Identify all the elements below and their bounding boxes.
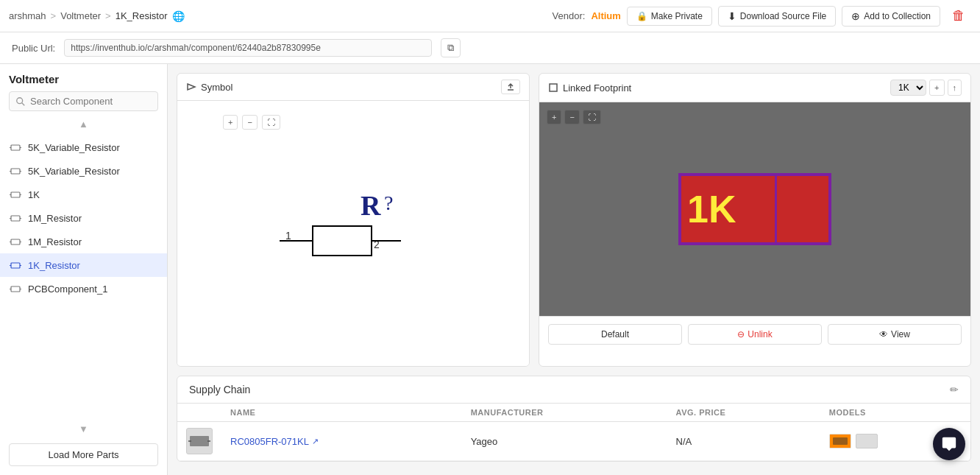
supply-price-cell: N/A [667, 422, 820, 461]
component-icon [9, 258, 22, 272]
supply-chain-panel: Supply Chain ✏ NAME MANUFACTURER AVG. PR… [177, 376, 971, 462]
svg-point-0 [17, 97, 23, 103]
footprint-add-button[interactable]: + [929, 80, 944, 96]
col-name: NAME [221, 404, 462, 422]
footprint-unlink-button[interactable]: ⊖ Unlink [688, 324, 822, 345]
load-more-button[interactable]: Load More Parts [9, 443, 158, 466]
download-source-button[interactable]: ⬇ Download Source File [718, 6, 836, 27]
collection-icon: ⊕ [851, 10, 860, 22]
supply-name-cell: RC0805FR-071KL ↗ [221, 422, 462, 461]
scroll-down-arrow[interactable]: ▼ [0, 421, 167, 437]
svg-rect-31 [550, 84, 557, 91]
symbol-zoom-out-button[interactable]: − [242, 115, 257, 130]
delete-button[interactable]: 🗑 [946, 5, 971, 27]
supply-table-header-row: NAME MANUFACTURER AVG. PRICE MODELS [177, 404, 970, 422]
unlink-icon: ⊖ [737, 329, 745, 339]
breadcrumb-component: 1K_Resistor [116, 10, 168, 21]
breadcrumb-sep2: > [105, 10, 111, 21]
col-manufacturer: MANUFACTURER [462, 404, 667, 422]
supply-img-cell [177, 422, 221, 461]
sidebar-search-box[interactable] [9, 91, 158, 111]
supply-chain-edit-button[interactable]: ✏ [950, 384, 959, 395]
chat-bubble-button[interactable] [933, 428, 965, 460]
sidebar-item-pcbcomponent-1[interactable]: PCBComponent_1 [0, 277, 167, 300]
footprint-visualization: 1K [678, 173, 831, 245]
footprint-zoom-in-button[interactable]: + [547, 110, 561, 124]
supply-chain-table: NAME MANUFACTURER AVG. PRICE MODELS [177, 404, 970, 461]
lock-icon: 🔒 [636, 11, 647, 21]
svg-rect-29 [313, 226, 372, 256]
svg-rect-11 [11, 216, 20, 221]
chat-icon [941, 436, 957, 452]
model-dash [856, 434, 878, 448]
sidebar-item-5k-variable-resistor[interactable]: 5K_Variable_Resistor [0, 136, 167, 159]
footprint-default-button[interactable]: Default [548, 324, 682, 345]
sidebar-item-label: 1K [28, 189, 40, 200]
copy-url-button[interactable]: ⧉ [441, 38, 461, 57]
public-url-input[interactable] [64, 39, 432, 57]
component-icon [9, 188, 22, 201]
sidebar-item-5k-variable-resistor[interactable]: 5K_Variable_Resistor [0, 159, 167, 183]
supply-chain-header: Supply Chain ✏ [177, 376, 970, 404]
svg-rect-20 [11, 286, 20, 292]
col-img [177, 404, 221, 422]
footprint-panel-title: Linked Footprint [548, 82, 631, 94]
footprint-select[interactable]: 1K [890, 80, 926, 96]
col-avg-price: AVG. PRICE [667, 404, 820, 422]
svg-rect-14 [11, 239, 20, 244]
vendor-name: Altium [591, 10, 620, 21]
sidebar-item-1k[interactable]: 1K [0, 183, 167, 206]
model-3d-thumbnail[interactable] [829, 434, 851, 448]
search-input[interactable] [30, 96, 152, 107]
symbol-panel-title: Symbol [186, 82, 232, 93]
sidebar-item-1k-resistor[interactable]: 1K_Resistor [0, 253, 167, 277]
add-to-collection-button[interactable]: ⊕ Add to Collection [842, 6, 940, 27]
footprint-upload-button[interactable]: ↑ [948, 80, 962, 96]
sidebar-item-1m-resistor[interactable]: 1M_Resistor [0, 206, 167, 230]
svg-text:R: R [361, 190, 381, 221]
symbol-zoom-in-button[interactable]: + [223, 115, 238, 130]
component-thumbnail [186, 428, 213, 454]
part-name-link[interactable]: RC0805FR-071KL ↗ [230, 436, 453, 447]
footprint-pad [777, 176, 828, 242]
url-label: Public Url: [12, 43, 55, 54]
footprint-expand-button[interactable]: ⛶ [583, 110, 601, 124]
footprint-view-button[interactable]: 👁 View [828, 324, 962, 345]
component-img-svg [188, 430, 210, 452]
svg-rect-17 [11, 263, 20, 268]
component-icon [9, 164, 22, 177]
footprint-zoom-out-button[interactable]: − [564, 110, 579, 124]
footprint-panel-header: Linked Footprint 1K + ↑ [539, 74, 970, 102]
eye-icon: 👁 [879, 329, 888, 339]
model-img-svg [830, 434, 851, 448]
top-navigation: arshmah > Voltmeter > 1K_Resistor 🌐 Vend… [0, 0, 980, 32]
sidebar-item-label: PCBComponent_1 [28, 284, 107, 295]
supply-table-body: RC0805FR-071KL ↗ Yageo N/A [177, 422, 970, 461]
svg-line-1 [22, 102, 25, 105]
footprint-actions: Default ⊖ Unlink 👁 View [539, 316, 970, 352]
symbol-panel-header: Symbol [177, 74, 529, 101]
breadcrumb-project[interactable]: Voltmeter [60, 10, 101, 21]
scroll-up-arrow[interactable]: ▲ [0, 116, 167, 133]
component-icon [9, 141, 22, 154]
sidebar-item-label: 1M_Resistor [28, 236, 82, 247]
make-private-button[interactable]: 🔒 Make Private [627, 7, 712, 26]
search-icon [15, 96, 26, 107]
footprint-icon [548, 82, 558, 93]
component-icon [9, 235, 22, 248]
sidebar-item-label: 1K_Resistor [28, 260, 80, 271]
breadcrumb-user[interactable]: arshmah [9, 10, 46, 21]
svg-text:1: 1 [285, 230, 291, 242]
symbol-icon [186, 82, 196, 92]
globe-icon[interactable]: 🌐 [172, 10, 185, 22]
resistor-symbol-svg: R ? 1 2 [265, 182, 441, 285]
download-icon: ⬇ [728, 10, 736, 22]
symbol-upload-button[interactable] [501, 80, 520, 94]
sidebar-item-1m-resistor[interactable]: 1M_Resistor [0, 230, 167, 253]
svg-rect-2 [11, 145, 20, 150]
upload-icon [506, 82, 515, 91]
sidebar-list: 5K_Variable_Resistor 5K_Variable_Resisto… [0, 133, 167, 421]
nav-actions: Vendor: Altium 🔒 Make Private ⬇ Download… [553, 5, 971, 27]
symbol-expand-button[interactable]: ⛶ [262, 115, 280, 130]
symbol-panel-actions [501, 80, 520, 94]
